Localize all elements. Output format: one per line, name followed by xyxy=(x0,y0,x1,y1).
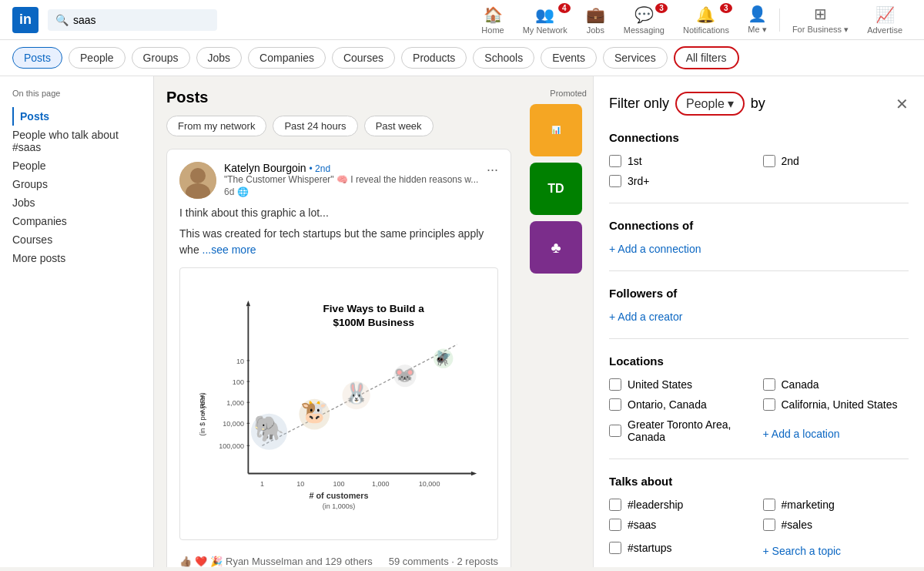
tag-saas[interactable]: #saas xyxy=(609,519,755,531)
tab-all-filters[interactable]: All filters xyxy=(674,46,739,69)
jobs-icon: 💼 xyxy=(586,5,605,24)
linkedin-logo[interactable]: in xyxy=(12,7,38,33)
add-location-button[interactable]: + Add a location xyxy=(763,425,909,443)
checkbox-2nd[interactable] xyxy=(763,155,775,167)
post-author-title: "The Customer Whisperer" 🧠 I reveal the … xyxy=(224,174,478,185)
checkbox-leadership[interactable] xyxy=(609,499,621,511)
checkbox-us[interactable] xyxy=(609,378,621,391)
see-more-link[interactable]: ...see more xyxy=(203,244,256,256)
location-ontario[interactable]: Ontario, Canada xyxy=(609,398,755,411)
svg-marker-8 xyxy=(246,301,250,306)
checkbox-startups[interactable] xyxy=(609,542,621,554)
connection-2nd[interactable]: 2nd xyxy=(763,155,909,167)
promo-ad-3[interactable]: ♣ xyxy=(530,221,582,274)
nav-jobs-label: Jobs xyxy=(587,25,604,35)
connections-title: Connections xyxy=(609,131,909,144)
tag-marketing[interactable]: #marketing xyxy=(763,499,909,511)
search-bar[interactable]: 🔍 xyxy=(48,9,217,31)
main-layout: On this page Posts People who talk about… xyxy=(0,76,924,567)
tab-jobs[interactable]: Jobs xyxy=(196,47,243,69)
tab-events[interactable]: Events xyxy=(541,47,597,69)
checkbox-canada[interactable] xyxy=(763,378,775,391)
filter-people-dropdown[interactable]: People ▾ xyxy=(675,92,745,116)
post-reactions: 👍🏽 ❤️ 🎉 Ryan Musselman and 129 others 59… xyxy=(179,549,498,567)
post-meta: 6d 🌐 xyxy=(224,186,478,197)
tag-saas-label: #saas xyxy=(628,519,656,531)
checkbox-marketing[interactable] xyxy=(763,499,775,511)
tab-schools[interactable]: Schools xyxy=(473,47,534,69)
nav-notifications[interactable]: 🔔 3 Notifications xyxy=(674,0,738,40)
tab-companies[interactable]: Companies xyxy=(248,47,326,69)
checkbox-saas[interactable] xyxy=(609,519,621,531)
tab-posts[interactable]: Posts xyxy=(12,47,62,69)
nav-for-business[interactable]: ⊞ For Business ▾ xyxy=(783,0,858,40)
sidebar-item-people-talk[interactable]: People who talk about #saas xyxy=(12,126,141,156)
sidebar-item-more-posts[interactable]: More posts xyxy=(12,249,141,267)
tab-people[interactable]: People xyxy=(69,47,126,69)
connection-3rd[interactable]: 3rd+ xyxy=(609,175,755,187)
svg-text:100: 100 xyxy=(333,480,344,488)
locations-options: United States Canada Ontario, Canada Cal… xyxy=(609,378,909,443)
connections-section: Connections 1st 2nd 3rd+ xyxy=(609,131,909,203)
nav-me[interactable]: 👤 Me ▾ xyxy=(738,0,776,40)
location-gta[interactable]: Greater Toronto Area, Canada xyxy=(609,418,755,443)
sidebar-item-people[interactable]: People xyxy=(12,156,141,175)
reaction-emoji-3: 🎉 xyxy=(210,556,223,567)
tag-marketing-label: #marketing xyxy=(782,499,835,511)
chevron-down-icon: ▾ xyxy=(728,96,734,111)
nav-messaging[interactable]: 💬 3 Messaging xyxy=(614,0,674,40)
tag-leadership[interactable]: #leadership xyxy=(609,499,755,511)
checkbox-1st[interactable] xyxy=(609,155,621,167)
sidebar-item-companies[interactable]: Companies xyxy=(12,212,141,230)
svg-text:$100M Business: $100M Business xyxy=(333,317,414,328)
tag-leadership-label: #leadership xyxy=(628,499,683,511)
tab-services[interactable]: Services xyxy=(603,47,668,69)
nav-home[interactable]: 🏠 Home xyxy=(472,0,513,40)
filter-tabs-bar: Posts People Groups Jobs Companies Cours… xyxy=(0,40,924,76)
locations-section: Locations United States Canada Ontario, … xyxy=(609,354,909,459)
sidebar-item-groups[interactable]: Groups xyxy=(12,175,141,193)
reaction-icons[interactable]: 👍🏽 ❤️ 🎉 Ryan Musselman and 129 others xyxy=(179,556,373,567)
filter-past-week[interactable]: Past week xyxy=(364,116,434,136)
sidebar-item-posts[interactable]: Posts xyxy=(12,107,141,126)
add-creator-button[interactable]: + Add a creator xyxy=(609,311,909,323)
comments-reposts-text[interactable]: 59 comments · 2 reposts xyxy=(389,556,498,567)
connection-1st[interactable]: 1st xyxy=(609,155,755,167)
checkbox-california[interactable] xyxy=(763,398,775,411)
for-business-icon: ⊞ xyxy=(814,5,827,23)
location-us-label: United States xyxy=(628,378,692,391)
tab-courses[interactable]: Courses xyxy=(332,47,395,69)
nav-divider xyxy=(779,8,780,32)
search-topic-button[interactable]: + Search a topic xyxy=(763,545,909,557)
add-connection-button[interactable]: + Add a connection xyxy=(609,243,909,255)
promo-ad-2[interactable]: TD xyxy=(530,163,582,215)
reactions-text: Ryan Musselman and 129 others xyxy=(226,556,373,567)
sidebar-item-courses[interactable]: Courses xyxy=(12,230,141,249)
tab-groups[interactable]: Groups xyxy=(132,47,190,69)
svg-text:10: 10 xyxy=(236,358,244,365)
svg-text:1: 1 xyxy=(260,480,264,488)
checkbox-sales[interactable] xyxy=(763,519,775,531)
close-button[interactable]: ✕ xyxy=(896,95,909,113)
nav-jobs[interactable]: 💼 Jobs xyxy=(577,0,614,40)
tag-startups[interactable]: #startups xyxy=(609,539,755,557)
tab-products[interactable]: Products xyxy=(401,47,467,69)
filter-past-24[interactable]: Past 24 hours xyxy=(273,116,357,136)
svg-text:10,000: 10,000 xyxy=(223,420,244,428)
nav-advertise[interactable]: 📈 Advertise xyxy=(858,0,912,40)
sidebar-item-jobs[interactable]: Jobs xyxy=(12,193,141,212)
promo-ad-1[interactable]: 📊 xyxy=(530,104,582,156)
location-us[interactable]: United States xyxy=(609,378,755,391)
post-author-name[interactable]: Katelyn Bourgoin • 2nd xyxy=(224,162,478,174)
post-menu-button[interactable]: ··· xyxy=(487,162,498,178)
nav-advertise-label: Advertise xyxy=(867,25,902,35)
location-california[interactable]: California, United States xyxy=(763,398,909,411)
nav-network[interactable]: 👥 4 My Network xyxy=(514,0,577,40)
tag-sales[interactable]: #sales xyxy=(763,519,909,531)
checkbox-3rd[interactable] xyxy=(609,175,621,187)
location-canada[interactable]: Canada xyxy=(763,378,909,391)
checkbox-gta[interactable] xyxy=(609,425,621,437)
filter-from-network[interactable]: From my network xyxy=(166,116,266,136)
checkbox-ontario[interactable] xyxy=(609,398,621,411)
search-input[interactable] xyxy=(73,14,209,26)
